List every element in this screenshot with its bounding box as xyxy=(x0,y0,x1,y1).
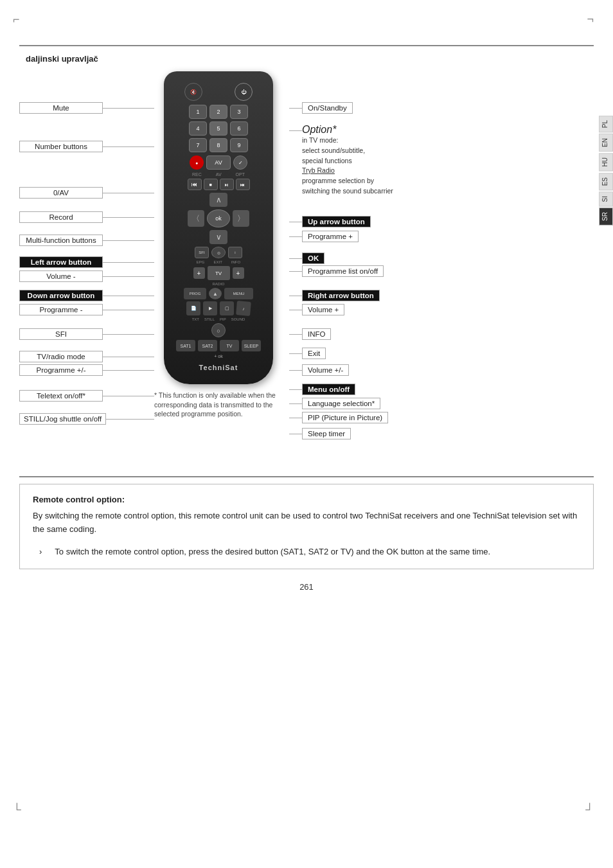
btn-epg-icon[interactable]: ⊙ xyxy=(211,247,226,258)
btn-sleep[interactable]: SLEEP xyxy=(242,340,261,351)
pip-label: PIP (Picture in Picture) xyxy=(302,412,388,423)
still-jog-label: STILL/Jog shuttle on/off xyxy=(19,413,106,425)
label-exit: Exit xyxy=(289,348,326,359)
label-record: Record xyxy=(19,211,154,223)
av-label: 0/AV xyxy=(19,187,103,199)
btn-1[interactable]: 1 xyxy=(189,105,207,119)
mute-button[interactable]: 🔇 xyxy=(184,83,202,101)
exit-label: Exit xyxy=(302,348,326,359)
right-arrow-button[interactable]: 〉 xyxy=(233,210,249,227)
option-line-5: programme selection by xyxy=(302,176,393,186)
label-option: Option* in TV mode: select sound/subtitl… xyxy=(289,124,393,197)
instruction-arrow: › xyxy=(39,545,42,559)
opt-label: OPT xyxy=(236,172,245,177)
btn-i[interactable]: i xyxy=(228,247,242,258)
btn-plus-left[interactable]: + xyxy=(193,267,205,279)
sleep-timer-label: Sleep timer xyxy=(302,428,351,439)
side-tab-SI[interactable]: SI xyxy=(599,191,613,206)
corner-mark-br: ┘ xyxy=(585,803,594,817)
ok-small-label: + ok xyxy=(170,354,267,359)
label-menu-onoff: Menu on/off xyxy=(289,384,355,395)
side-tab-HU[interactable]: HU xyxy=(599,153,613,171)
btn-plus-right[interactable]: + xyxy=(233,267,244,279)
option-line-1: in TV mode: xyxy=(302,136,393,146)
btn-8[interactable]: 8 xyxy=(209,138,227,152)
label-programme-plusminus: Programme +/- xyxy=(19,364,154,376)
btn-prog[interactable]: PROG xyxy=(184,288,206,299)
option-line-4: Tryb Radio xyxy=(302,166,393,176)
transport-row: ⏮ ■ ⏯ ⏭ xyxy=(170,179,267,190)
btn-tv[interactable]: TV xyxy=(208,266,230,280)
up-arrow-row: ∧ xyxy=(170,193,267,207)
btn-3[interactable]: 3 xyxy=(230,105,248,119)
label-onstandby: On/Standby xyxy=(289,102,353,114)
tv-radio-row: + TV + xyxy=(170,266,267,280)
btn-menu[interactable]: MENU xyxy=(224,288,253,299)
btn-6[interactable]: 6 xyxy=(230,121,248,136)
opt-button[interactable]: ✓ xyxy=(233,155,247,170)
btn-7[interactable]: 7 xyxy=(189,138,207,152)
label-multifunction: Multi-function buttons xyxy=(19,235,154,246)
btn-rewind[interactable]: ⏮ xyxy=(188,179,202,190)
btn-pause-play[interactable]: ⏯ xyxy=(220,179,234,190)
section-title: daljinski upravljač xyxy=(26,54,587,64)
side-tab-EN[interactable]: EN xyxy=(599,134,613,152)
label-programme-list: Programme list on/off xyxy=(289,265,384,277)
pip-label: PIP xyxy=(220,317,226,321)
btn-sat2[interactable]: SAT2 xyxy=(198,340,217,351)
down-arrow-row: ∨ xyxy=(170,230,267,244)
btn-tv-sat[interactable]: TV xyxy=(220,340,239,351)
btn-sat1[interactable]: SAT1 xyxy=(176,340,195,351)
av-label-small: AV xyxy=(216,172,222,177)
multifunction-label: Multi-function buttons xyxy=(19,235,103,246)
up-arrow-label: Up arrow button xyxy=(302,216,371,227)
side-tab-SR[interactable]: SR xyxy=(599,208,613,226)
label-mute: Mute xyxy=(19,102,154,114)
btn-4[interactable]: 4 xyxy=(189,121,207,136)
label-teletext: Teletext on/off* xyxy=(19,390,154,402)
btn-forward[interactable]: ⏭ xyxy=(236,179,250,190)
left-arrow-button[interactable]: 〈 xyxy=(188,210,204,227)
sfi-label: SFI xyxy=(19,328,103,340)
tv-radio-label: TV/radio mode xyxy=(19,351,103,362)
label-up-arrow: Up arrow button xyxy=(289,216,371,227)
remote-control: 🔇 ⏻ 1 2 3 4 5 6 7 8 9 xyxy=(164,71,273,384)
btn-sfi[interactable]: SFI xyxy=(195,247,209,258)
label-volume-plus: Volume + xyxy=(289,304,344,315)
instruction-text: To switch the remote control option, pre… xyxy=(55,545,490,559)
info-label: INFO xyxy=(302,328,331,340)
bottom-icons-row: 📄 ▶ ▢ ♪ xyxy=(170,301,267,315)
btn-still[interactable]: ▶ xyxy=(203,301,217,315)
dpad-row: 〈 ok 〉 xyxy=(170,209,267,227)
btn-circle-bottom[interactable]: ○ xyxy=(211,323,226,337)
label-tv-radio: TV/radio mode xyxy=(19,351,154,362)
label-sleep-timer: Sleep timer xyxy=(289,428,351,439)
option-line-3: special functions xyxy=(302,156,393,166)
label-volume-minus: Volume - xyxy=(19,270,154,282)
btn-pip[interactable]: ▢ xyxy=(220,301,234,315)
left-arrow-label: Left arrow button xyxy=(19,256,103,268)
label-pip: PIP (Picture in Picture) xyxy=(289,412,388,423)
page-container: ⌐ ¬ └ ┘ PL EN HU ES SI SR daljinski upra… xyxy=(0,0,613,868)
label-right-arrow: Right arrow button xyxy=(289,290,380,301)
remote-option-title: Remote control option: xyxy=(33,495,580,504)
up-arrow-button[interactable]: ∧ xyxy=(209,193,227,207)
power-button[interactable]: ⏻ xyxy=(235,83,253,101)
btn-0-av[interactable]: AV xyxy=(206,155,231,170)
btn-9[interactable]: 9 xyxy=(230,138,248,152)
btn-stop[interactable]: ■ xyxy=(204,179,218,190)
ok-button[interactable]: ok xyxy=(207,209,230,227)
btn-2[interactable]: 2 xyxy=(209,105,227,119)
func-row: SFI ⊙ i xyxy=(170,247,267,258)
remote-area: 🔇 ⏻ 1 2 3 4 5 6 7 8 9 xyxy=(154,71,283,470)
btn-5[interactable]: 5 xyxy=(209,121,227,136)
rec-button[interactable]: ● xyxy=(190,155,204,170)
side-tab-PL[interactable]: PL xyxy=(599,116,613,132)
down-arrow-button[interactable]: ∨ xyxy=(209,230,227,244)
btn-txt[interactable]: 📄 xyxy=(186,301,200,315)
epg-label: EPG xyxy=(197,260,205,264)
side-tab-ES[interactable]: ES xyxy=(599,173,613,190)
btn-triangle[interactable]: ▲ xyxy=(209,288,222,299)
label-programme-plus: Programme + xyxy=(289,231,359,242)
btn-sound[interactable]: ♪ xyxy=(236,301,251,316)
